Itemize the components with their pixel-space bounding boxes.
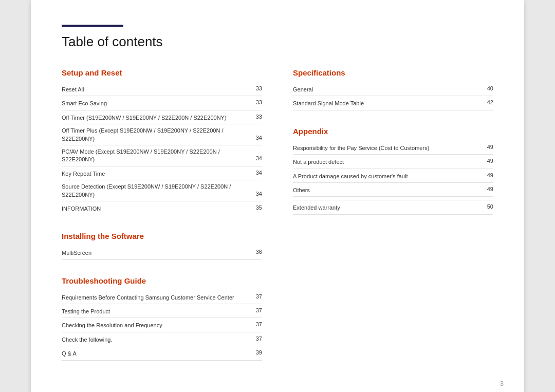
toc-item: A Product damage caused by customer's fa… — [293, 169, 493, 183]
toc-item-text: Smart Eco Saving — [62, 100, 256, 107]
toc-item: Others 49 — [293, 183, 493, 197]
toc-item: Requirements Before Contacting Samsung C… — [62, 290, 262, 304]
toc-item-text: Standard Signal Mode Table — [293, 100, 487, 107]
page-number: 3 — [500, 380, 504, 387]
toc-item-text: Requirements Before Contacting Samsung C… — [62, 294, 256, 302]
toc-item-text: Off Timer (S19E200NW / S19E200NY / S22E2… — [62, 114, 256, 122]
toc-item-page: 34 — [256, 190, 262, 199]
toc-item: Q & A 39 — [62, 346, 262, 360]
toc-item-page: 50 — [487, 203, 493, 212]
toc-item-text: Checking the Resolution and Frequency — [62, 322, 256, 329]
toc-item-page: 37 — [256, 335, 262, 344]
toc-item: Source Detection (Except S19E200NW / S19… — [62, 180, 262, 201]
section-heading-appendix: Appendix — [293, 127, 493, 136]
section-installing-software: Installing the Software MultiScreen 36 — [62, 232, 262, 259]
toc-item-page: 33 — [256, 113, 262, 122]
toc-item-text: INFORMATION — [62, 205, 256, 213]
toc-item: Check the following. 37 — [62, 332, 262, 346]
toc-item-text: Key Repeat Time — [62, 170, 256, 178]
toc-item: Extended warranty 50 — [293, 200, 493, 214]
toc-item-page: 40 — [487, 85, 493, 94]
toc-item-text: Source Detection (Except S19E200NW / S19… — [62, 183, 256, 199]
section-appendix: Appendix Responsibility for the Pay Serv… — [293, 127, 493, 215]
toc-item: Not a product defect 49 — [293, 155, 493, 169]
toc-item-text: Check the following. — [62, 336, 256, 344]
toc-item-page: 34 — [256, 134, 262, 143]
toc-item-page: 34 — [256, 169, 262, 178]
toc-item-text: General — [293, 86, 487, 94]
toc-item-text: MultiScreen — [62, 249, 256, 257]
section-specifications: Specifications General 40 Standard Signa… — [293, 68, 493, 110]
toc-item-page: 33 — [256, 99, 262, 107]
toc-item-page: 49 — [487, 143, 493, 152]
section-heading-specifications: Specifications — [293, 68, 493, 77]
toc-item-page: 42 — [487, 99, 493, 107]
toc-item-text: Not a product defect — [293, 158, 487, 166]
toc-item-text: PC/AV Mode (Except S19E200NW / S19E200NY… — [62, 148, 256, 164]
toc-item-text: Responsibility for the Pay Service (Cost… — [293, 144, 487, 152]
toc-item-text: Reset All — [62, 86, 256, 94]
toc-item-page: 49 — [487, 172, 493, 180]
toc-item: General 40 — [293, 82, 493, 96]
section-setup-reset: Setup and Reset Reset All 33 Smart Eco S… — [62, 68, 262, 215]
toc-item-text: Off Timer Plus (Except S19E200NW / S19E2… — [62, 127, 256, 143]
toc-item-page: 49 — [487, 185, 493, 194]
toc-item: Key Repeat Time 34 — [62, 166, 262, 180]
toc-item-text: A Product damage caused by customer's fa… — [293, 173, 487, 180]
toc-item-page: 49 — [487, 157, 493, 166]
toc-item: Smart Eco Saving 33 — [62, 96, 262, 110]
toc-item: Responsibility for the Pay Service (Cost… — [293, 141, 493, 155]
toc-item: Checking the Resolution and Frequency 37 — [62, 318, 262, 332]
page-title: Table of contents — [62, 34, 493, 50]
toc-item-page: 37 — [256, 293, 262, 302]
toc-item-page: 37 — [256, 321, 262, 329]
toc-item: Off Timer (S19E200NW / S19E200NY / S22E2… — [62, 110, 262, 124]
section-heading-installing-software: Installing the Software — [62, 232, 262, 240]
right-column: Specifications General 40 Standard Signa… — [293, 68, 493, 377]
toc-item-text: Testing the Product — [62, 308, 256, 315]
toc-item-text: Others — [293, 186, 487, 194]
toc-item: Testing the Product 37 — [62, 304, 262, 318]
toc-item-page: 37 — [256, 307, 262, 315]
toc-item-page: 34 — [256, 155, 262, 163]
title-bar — [62, 25, 123, 27]
two-column-layout: Setup and Reset Reset All 33 Smart Eco S… — [62, 68, 493, 377]
toc-item-text: Extended warranty — [293, 204, 487, 212]
toc-item: Standard Signal Mode Table 42 — [293, 96, 493, 110]
toc-item: MultiScreen 36 — [62, 246, 262, 259]
toc-item: INFORMATION 35 — [62, 201, 262, 215]
left-column: Setup and Reset Reset All 33 Smart Eco S… — [62, 68, 262, 377]
page: Table of contents Setup and Reset Reset … — [31, 0, 524, 392]
toc-item: Reset All 33 — [62, 82, 262, 96]
section-heading-troubleshooting: Troubleshooting Guide — [62, 276, 262, 285]
toc-item-page: 35 — [256, 204, 262, 213]
toc-item: PC/AV Mode (Except S19E200NW / S19E200NY… — [62, 145, 262, 166]
section-heading-setup-reset: Setup and Reset — [62, 68, 262, 77]
toc-item: Off Timer Plus (Except S19E200NW / S19E2… — [62, 124, 262, 145]
toc-item-page: 39 — [256, 349, 262, 358]
toc-item-page: 36 — [256, 248, 262, 257]
section-troubleshooting: Troubleshooting Guide Requirements Befor… — [62, 276, 262, 361]
toc-item-page: 33 — [256, 85, 262, 94]
toc-item-text: Q & A — [62, 350, 256, 358]
